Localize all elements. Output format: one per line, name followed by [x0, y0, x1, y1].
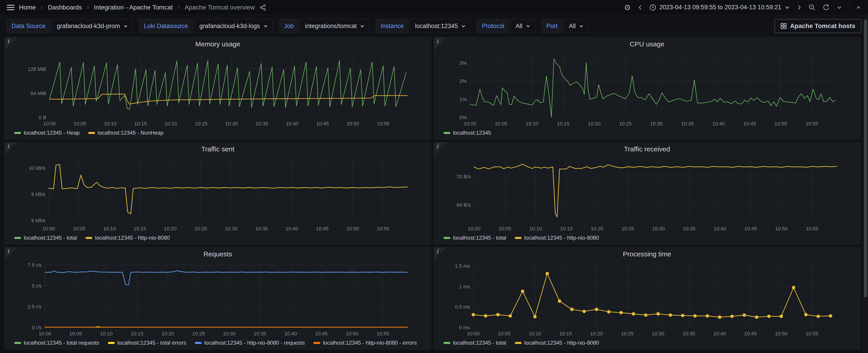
- legend-item[interactable]: localhost:12345 - Heap: [14, 130, 80, 136]
- svg-text:10:55: 10:55: [806, 121, 818, 127]
- svg-text:10:20: 10:20: [590, 331, 603, 336]
- processing-time-chart[interactable]: 10:0010:0510:1010:1510:2010:2510:3010:35…: [438, 260, 857, 338]
- panel-title[interactable]: Requests: [8, 249, 427, 260]
- breadcrumb-current-page: Apache Tomcat overview: [185, 4, 255, 11]
- cpu-usage-legend: localhost:12345: [438, 128, 857, 136]
- svg-text:2%: 2%: [459, 78, 467, 84]
- svg-text:10:35: 10:35: [683, 331, 695, 336]
- refresh-icon[interactable]: [823, 4, 830, 11]
- clock-icon: [649, 4, 656, 11]
- panel-info-icon[interactable]: i: [436, 248, 438, 254]
- chevron-left-icon[interactable]: [638, 4, 643, 11]
- legend-item[interactable]: localhost:12345 - total: [443, 340, 506, 346]
- panel-title[interactable]: Traffic received: [438, 144, 857, 155]
- filter-value-job[interactable]: integrations/tomcat: [300, 19, 370, 33]
- legend-item[interactable]: localhost:12345: [443, 130, 491, 136]
- legend-series-swatch: [88, 132, 95, 134]
- legend-series-label: localhost:12345 - http-nio-8080: [524, 235, 599, 241]
- svg-text:10:30: 10:30: [652, 331, 664, 336]
- svg-text:0 B: 0 B: [39, 115, 46, 120]
- panel-title[interactable]: Traffic sent: [8, 144, 427, 155]
- breadcrumb-separator: ›: [87, 4, 89, 11]
- legend-series-label: localhost:12345: [453, 130, 491, 136]
- legend-series-label: localhost:12345 - http-nio-8080: [95, 235, 170, 241]
- svg-text:7.5 r/s: 7.5 r/s: [28, 262, 42, 268]
- traffic-received-chart[interactable]: 10:0010:0510:1010:1510:2010:2510:3010:35…: [438, 155, 857, 233]
- gear-icon[interactable]: ⚙: [624, 4, 631, 11]
- svg-text:10:45: 10:45: [743, 121, 756, 127]
- panel-info-icon[interactable]: i: [436, 143, 438, 149]
- caret-up-icon[interactable]: [856, 6, 861, 9]
- chevron-down-icon: [360, 25, 365, 28]
- apache-tomcat-hosts-button[interactable]: Apache Tomcat hosts: [775, 19, 861, 33]
- svg-text:10:40: 10:40: [713, 331, 726, 336]
- legend-item[interactable]: localhost:12345 - total requests: [14, 340, 99, 346]
- panel-title[interactable]: CPU usage: [438, 39, 857, 50]
- legend-series-swatch: [443, 342, 450, 344]
- svg-text:10:55: 10:55: [377, 226, 390, 231]
- panel-cpu-usage: i CPU usage 10:0010:0510:1010:1510:2010:…: [434, 37, 860, 139]
- zoom-out-icon[interactable]: [808, 4, 816, 11]
- legend-series-swatch: [14, 132, 21, 134]
- svg-text:10:05: 10:05: [69, 331, 82, 336]
- scrollbar-thumb[interactable]: [864, 20, 867, 297]
- filter-value-instance[interactable]: localhost:12345: [410, 19, 471, 33]
- filter-value-data-source[interactable]: grafanacloud-k3d-prom: [52, 19, 133, 33]
- svg-text:10:25: 10:25: [621, 331, 633, 336]
- svg-text:10:25: 10:25: [194, 226, 207, 231]
- svg-text:10:55: 10:55: [806, 331, 818, 336]
- svg-text:10:55: 10:55: [376, 331, 389, 336]
- filter-value-protocol[interactable]: All: [511, 19, 535, 33]
- svg-text:6 kB/s: 6 kB/s: [31, 218, 45, 223]
- legend-item[interactable]: localhost:12345 - total: [443, 235, 506, 241]
- filter-value-loki-datasource[interactable]: grafanacloud-k3d-logs: [195, 19, 273, 33]
- legend-item[interactable]: localhost:12345 - http-nio-8080: [515, 235, 599, 241]
- legend-item[interactable]: localhost:12345 - http-nio-8080: [86, 235, 170, 241]
- processing-time-legend: localhost:12345 - totallocalhost:12345 -…: [438, 338, 857, 347]
- share-icon[interactable]: [259, 4, 266, 11]
- filter-value-port[interactable]: All: [564, 19, 589, 33]
- traffic-sent-chart[interactable]: 10:0010:0510:1010:1510:2010:2510:3010:35…: [8, 155, 427, 233]
- requests-chart[interactable]: 10:0010:0510:1010:1510:2010:2510:3010:35…: [8, 260, 427, 338]
- legend-item[interactable]: localhost:12345 - http-nio-8080 - errors: [313, 340, 417, 346]
- cpu-usage-chart[interactable]: 10:0010:0510:1010:1510:2010:2510:3010:35…: [438, 50, 857, 128]
- filter-label-port: Port: [542, 19, 562, 33]
- refresh-interval-dropdown[interactable]: [837, 6, 842, 9]
- breadcrumb-integration[interactable]: Integration - Apache Tomcat: [94, 4, 173, 11]
- chevron-right-icon[interactable]: [797, 4, 802, 11]
- panel-info-icon[interactable]: i: [7, 143, 9, 149]
- panel-requests: i Requests 10:0010:0510:1010:1510:2010:2…: [4, 247, 431, 349]
- panel-title[interactable]: Memory usage: [8, 39, 427, 50]
- svg-text:60 B/s: 60 B/s: [457, 202, 471, 208]
- svg-text:10:10: 10:10: [526, 121, 538, 127]
- svg-text:10:35: 10:35: [255, 226, 268, 231]
- svg-text:10:00: 10:00: [468, 226, 480, 231]
- panel-info-icon[interactable]: i: [7, 248, 9, 254]
- panel-title[interactable]: Processing time: [438, 249, 857, 260]
- svg-text:10:45: 10:45: [316, 226, 329, 231]
- panel-traffic-received: i Traffic received 10:0010:0510:1010:151…: [434, 142, 860, 245]
- traffic-sent-legend: localhost:12345 - totallocalhost:12345 -…: [8, 233, 427, 242]
- panel-corner: [434, 37, 447, 50]
- svg-text:10:35: 10:35: [255, 121, 268, 127]
- svg-text:10:50: 10:50: [775, 226, 788, 231]
- legend-series-label: localhost:12345 - http-nio-8080: [524, 340, 599, 346]
- panel-info-icon[interactable]: i: [7, 38, 9, 44]
- legend-item[interactable]: localhost:12345 - total errors: [108, 340, 186, 346]
- menu-icon[interactable]: [7, 4, 14, 11]
- legend-item[interactable]: localhost:12345 - NonHeap: [88, 130, 164, 136]
- time-range-picker[interactable]: 2023-04-13 09:59:55 to 2023-04-13 10:59:…: [649, 4, 790, 11]
- legend-item[interactable]: localhost:12345 - http-nio-8080 - reques…: [195, 340, 305, 346]
- breadcrumb-separator: ›: [40, 4, 43, 11]
- memory-usage-chart[interactable]: 10:0010:0510:1010:1510:2010:2510:3010:35…: [8, 50, 427, 128]
- filter-group-loki-datasource: Loki Datasourcegrafanacloud-k3d-logs: [139, 19, 273, 33]
- svg-text:0.5 ms: 0.5 ms: [455, 304, 470, 310]
- svg-text:8 kB/s: 8 kB/s: [31, 191, 45, 197]
- breadcrumb-dashboards[interactable]: Dashboards: [48, 4, 82, 11]
- legend-series-swatch: [515, 342, 522, 344]
- svg-text:10:50: 10:50: [775, 121, 787, 127]
- legend-item[interactable]: localhost:12345 - total: [14, 235, 77, 241]
- breadcrumb-home[interactable]: Home: [19, 4, 36, 11]
- legend-item[interactable]: localhost:12345 - http-nio-8080: [515, 340, 599, 346]
- panel-info-icon[interactable]: i: [436, 38, 438, 44]
